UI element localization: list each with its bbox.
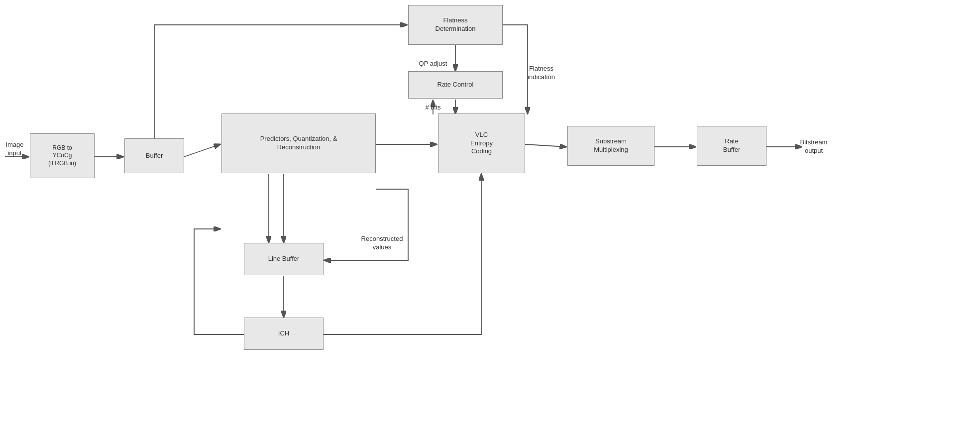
rate-buffer-block: Rate Buffer <box>697 126 766 166</box>
arrows-layer <box>0 0 980 436</box>
reconstructed-values-label: Reconstructed values <box>353 235 411 252</box>
rgb-to-ycocg-block: RGB to YCoCg (if RGB in) <box>30 133 95 178</box>
vlc-entropy-block: VLC Entropy Coding <box>438 113 525 173</box>
predictors-block: Predictors, Quantization, & Reconstructi… <box>221 113 376 173</box>
substream-mux-block: Substream Multiplexing <box>567 126 654 166</box>
flatness-indication-label: Flatness indication <box>515 65 567 82</box>
svg-line-4 <box>184 144 220 157</box>
buffer-block: Buffer <box>124 138 184 173</box>
image-input-label: Image input <box>1 141 28 158</box>
bitstream-output-label: Bitstream output <box>791 138 836 155</box>
flatness-det-block: Flatness Determination <box>408 5 503 45</box>
rate-control-block: Rate Control <box>408 71 503 99</box>
ich-block: ICH <box>244 318 324 350</box>
hash-bits-label: # bits <box>418 104 448 112</box>
qp-adjust-label: QP adjust <box>408 60 458 68</box>
diagram: RGB to YCoCg (if RGB in) Buffer Predicto… <box>0 0 980 436</box>
line-buffer-block: Line Buffer <box>244 243 324 275</box>
svg-line-6 <box>525 144 566 147</box>
